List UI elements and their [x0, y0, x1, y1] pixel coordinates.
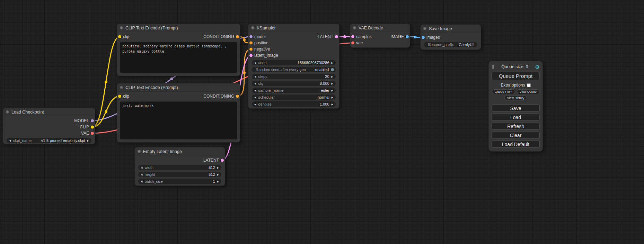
increment-arrow-icon[interactable]: ▶ [331, 96, 334, 99]
widget-steps[interactable]: ◀ steps 20 ▶ [252, 74, 336, 79]
node-title-bar[interactable]: Load Checkpoint [3, 108, 95, 116]
input-port-clip[interactable] [118, 95, 121, 98]
input-port-clip[interactable] [118, 35, 121, 38]
load-button[interactable]: Load [492, 114, 540, 121]
decrement-arrow-icon[interactable]: ◀ [254, 103, 257, 106]
node-title-bar[interactable]: CLIP Text Encode (Prompt) [117, 83, 240, 92]
input-port-vae[interactable] [351, 42, 354, 45]
input-port-images[interactable] [422, 36, 425, 39]
collapse-toggle-dot[interactable] [120, 26, 123, 29]
load-default-button[interactable]: Load Default [492, 141, 540, 148]
output-port-conditioning[interactable] [236, 95, 239, 98]
increment-arrow-icon[interactable]: ▶ [217, 166, 220, 169]
view-queue-button[interactable]: View Queue [517, 89, 539, 94]
widget-scheduler[interactable]: ◀ scheduler normal ▶ [252, 94, 336, 100]
input-port-samples[interactable] [351, 35, 354, 38]
workflow-actions: Save Load Refresh Clear Load Default [492, 105, 540, 148]
output-port-latent[interactable] [221, 159, 224, 162]
widget-batch-size[interactable]: ◀ batch_size 1 ▶ [138, 179, 221, 184]
collapse-toggle-dot[interactable] [6, 110, 9, 114]
input-port-positive[interactable] [249, 42, 253, 45]
graph-canvas[interactable]: Load Checkpoint MODEL CLIP VAE ◀ ckpt_na… [0, 0, 644, 244]
widget-label: scheduler [258, 95, 275, 99]
increment-arrow-icon[interactable]: ▶ [331, 103, 334, 106]
widget-cfg[interactable]: ◀ cfg 8.000 ▶ [252, 81, 336, 86]
input-port-model[interactable] [249, 35, 253, 38]
node-save-image[interactable]: Save Image images filename_prefix ComfyU… [420, 24, 481, 50]
widget-seed[interactable]: ◀ seed 156680208700286 ▶ [252, 60, 336, 65]
decrement-arrow-icon[interactable]: ◀ [140, 180, 143, 183]
input-port-negative[interactable] [249, 48, 253, 51]
drag-handle-icon[interactable]: ⣿ [492, 65, 494, 69]
decrement-arrow-icon[interactable]: ◀ [254, 75, 257, 78]
collapse-toggle-dot[interactable] [138, 150, 141, 153]
widget-sampler-name[interactable]: ◀ sampler_name euler ▶ [252, 88, 336, 93]
increment-arrow-icon[interactable]: ▶ [217, 173, 220, 176]
settings-gear-icon[interactable]: ⚙ [535, 64, 540, 70]
input-port-latent-image[interactable] [249, 54, 253, 57]
prompt-textarea[interactable]: beautiful scenery nature glass bottle la… [120, 42, 237, 73]
queue-front-button[interactable]: Queue Front [492, 89, 515, 94]
increment-arrow-icon[interactable]: ▶ [331, 89, 334, 92]
output-port-image[interactable] [406, 35, 409, 38]
node-title-bar[interactable]: KSampler [248, 24, 339, 32]
increment-arrow-icon[interactable]: ▶ [331, 62, 334, 64]
toggle-knob[interactable] [331, 68, 334, 71]
increment-arrow-icon[interactable]: ▶ [87, 139, 90, 142]
increment-arrow-icon[interactable]: ▶ [331, 82, 334, 85]
node-vae-decode[interactable]: VAE Decode samples IMAGE vae [350, 24, 410, 48]
widget-height[interactable]: ◀ height 512 ▶ [138, 172, 221, 177]
decrement-arrow-icon[interactable]: ◀ [254, 89, 257, 92]
node-empty-latent-image[interactable]: Empty Latent Image LATENT ◀ width 512 ▶ … [134, 147, 225, 186]
node-load-checkpoint[interactable]: Load Checkpoint MODEL CLIP VAE ◀ ckpt_na… [3, 108, 95, 144]
decrement-arrow-icon[interactable]: ◀ [254, 82, 257, 85]
output-port-conditioning[interactable] [236, 35, 239, 38]
input-label-samples: samples [356, 34, 372, 39]
node-title: VAE Decode [359, 26, 383, 30]
collapse-toggle-dot[interactable] [423, 27, 426, 30]
decrement-arrow-icon[interactable]: ◀ [254, 62, 257, 64]
decrement-arrow-icon[interactable]: ◀ [140, 166, 143, 169]
output-port-clip[interactable] [91, 126, 94, 129]
collapse-toggle-dot[interactable] [120, 86, 123, 89]
node-title-bar[interactable]: CLIP Text Encode (Prompt) [117, 24, 240, 32]
decrement-arrow-icon[interactable]: ◀ [140, 173, 143, 176]
save-button[interactable]: Save [492, 105, 540, 112]
node-title: Empty Latent Image [143, 149, 182, 154]
widget-value: normal [318, 95, 329, 99]
queue-prompt-button[interactable]: Queue Prompt [492, 72, 540, 80]
node-clip-text-encode-positive[interactable]: CLIP Text Encode (Prompt) clip CONDITION… [117, 24, 240, 76]
widget-width[interactable]: ◀ width 512 ▶ [138, 165, 221, 170]
slot-row: LATENT [135, 157, 225, 163]
widget-random-seed-toggle[interactable]: Random seed after every gen enabled [252, 67, 336, 72]
output-port-model[interactable] [91, 119, 94, 123]
collapse-toggle-dot[interactable] [353, 26, 356, 29]
node-clip-text-encode-negative[interactable]: CLIP Text Encode (Prompt) clip CONDITION… [117, 83, 240, 143]
increment-arrow-icon[interactable]: ▶ [331, 75, 334, 78]
output-port-latent[interactable] [335, 35, 338, 38]
node-title: Load Checkpoint [11, 110, 44, 115]
widget-label: height [144, 172, 155, 177]
decrement-arrow-icon[interactable]: ◀ [254, 96, 257, 99]
widget-value: 20 [325, 74, 329, 79]
output-label-latent: LATENT [318, 34, 333, 39]
collapse-toggle-dot[interactable] [251, 26, 254, 29]
prompt-textarea[interactable]: text, watermark [120, 101, 237, 139]
clear-button[interactable]: Clear [492, 132, 540, 139]
node-body: MODEL CLIP VAE ◀ ckpt_name v1-5-pruned-e… [3, 116, 95, 144]
node-ksampler[interactable]: KSampler model LATENT positive negative … [248, 24, 339, 109]
node-title-bar[interactable]: VAE Decode [350, 24, 410, 32]
widget-denoise[interactable]: ◀ denoise 1.000 ▶ [252, 101, 336, 107]
widget-ckpt-name[interactable]: ◀ ckpt_name v1-5-pruned-emaonly.ckpt ▶ [7, 138, 91, 143]
widget-filename-prefix[interactable]: filename_prefix ComfyUI [424, 42, 477, 47]
extra-options-checkbox[interactable] [527, 83, 531, 87]
view-history-button[interactable]: View History [504, 96, 527, 100]
decrement-arrow-icon[interactable]: ◀ [8, 139, 11, 142]
widget-value: v1-5-pruned-emaonly.ckpt [41, 138, 85, 143]
increment-arrow-icon[interactable]: ▶ [217, 180, 220, 183]
output-label-model: MODEL [74, 118, 89, 123]
node-title-bar[interactable]: Save Image [421, 25, 481, 33]
output-port-vae[interactable] [91, 132, 94, 135]
node-title-bar[interactable]: Empty Latent Image [135, 147, 225, 156]
refresh-button[interactable]: Refresh [492, 123, 540, 130]
